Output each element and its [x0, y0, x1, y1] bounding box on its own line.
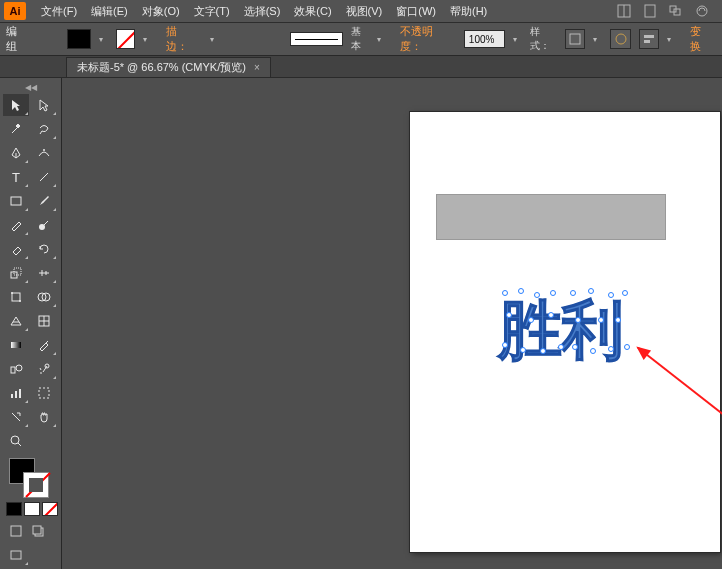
mesh-tool[interactable]: [31, 310, 57, 332]
curvature-tool[interactable]: [31, 142, 57, 164]
style-button[interactable]: [565, 29, 585, 49]
anchor-point[interactable]: [506, 312, 512, 318]
sync-icon[interactable]: [694, 3, 710, 19]
pen-tool[interactable]: [3, 142, 29, 164]
line-tool[interactable]: [31, 166, 57, 188]
shape-builder-tool[interactable]: [31, 286, 57, 308]
stroke-dropdown-icon[interactable]: ▾: [143, 35, 152, 44]
stroke-swatch[interactable]: [116, 29, 134, 49]
scale-tool[interactable]: [3, 262, 29, 284]
tab-strip: 未标题-5* @ 66.67% (CMYK/预览) ×: [0, 56, 722, 78]
align-dropdown-icon[interactable]: ▾: [667, 35, 676, 44]
paintbrush-tool[interactable]: [31, 190, 57, 212]
anchor-point[interactable]: [558, 344, 564, 350]
menu-help[interactable]: 帮助(H): [443, 4, 494, 19]
anchor-point[interactable]: [570, 290, 576, 296]
artboard[interactable]: 胜利: [410, 112, 720, 552]
anchor-point[interactable]: [518, 288, 524, 294]
slice-tool[interactable]: [3, 406, 29, 428]
menu-edit[interactable]: 编辑(E): [84, 4, 135, 19]
anchor-point[interactable]: [575, 317, 581, 323]
document-setup-icon[interactable]: [642, 3, 658, 19]
magic-wand-tool[interactable]: [3, 118, 29, 140]
anchor-point[interactable]: [548, 312, 554, 318]
free-transform-tool[interactable]: [3, 286, 29, 308]
pencil-tool[interactable]: [3, 214, 29, 236]
blend-tool[interactable]: [3, 358, 29, 380]
anchor-point[interactable]: [502, 342, 508, 348]
anchor-point[interactable]: [528, 317, 534, 323]
rectangle-tool[interactable]: [3, 190, 29, 212]
eraser-tool[interactable]: [3, 238, 29, 260]
menu-object[interactable]: 对象(O): [135, 4, 187, 19]
fill-dropdown-icon[interactable]: ▾: [99, 35, 108, 44]
style-dropdown-icon[interactable]: ▾: [593, 35, 602, 44]
type-tool[interactable]: T: [3, 166, 29, 188]
anchor-point[interactable]: [622, 290, 628, 296]
align-button[interactable]: [639, 29, 659, 49]
anchor-point[interactable]: [502, 290, 508, 296]
opacity-dropdown-icon[interactable]: ▾: [513, 35, 522, 44]
eyedropper-tool[interactable]: [31, 334, 57, 356]
recolor-button[interactable]: [610, 29, 630, 49]
canvas-area[interactable]: 胜利: [62, 78, 722, 569]
menu-file[interactable]: 文件(F): [34, 4, 84, 19]
column-graph-tool[interactable]: [3, 382, 29, 404]
opacity-label[interactable]: 不透明度：: [394, 24, 456, 54]
menu-view[interactable]: 视图(V): [339, 4, 390, 19]
print-tiling-tool[interactable]: [31, 430, 57, 452]
anchor-point[interactable]: [550, 290, 556, 296]
draw-behind-icon[interactable]: [28, 522, 48, 540]
anchor-point[interactable]: [540, 348, 546, 354]
transform-label[interactable]: 变换: [684, 24, 716, 54]
collapse-tools-icon[interactable]: ◀◀: [3, 82, 58, 92]
brush-preview[interactable]: [290, 32, 343, 46]
anchor-point[interactable]: [598, 317, 604, 323]
anchor-point[interactable]: [624, 344, 630, 350]
fill-swatch[interactable]: [67, 29, 91, 49]
perspective-grid-tool[interactable]: [3, 310, 29, 332]
rotate-tool[interactable]: [31, 238, 57, 260]
document-tab[interactable]: 未标题-5* @ 66.67% (CMYK/预览) ×: [66, 57, 271, 77]
opacity-field[interactable]: 100%: [464, 30, 505, 48]
symbol-sprayer-tool[interactable]: [31, 358, 57, 380]
stroke-color-icon[interactable]: [23, 472, 49, 498]
screen-mode-icon[interactable]: [3, 544, 29, 566]
width-tool[interactable]: [31, 262, 57, 284]
stroke-label[interactable]: 描边：: [160, 24, 202, 54]
layout-icon[interactable]: [616, 3, 632, 19]
close-tab-icon[interactable]: ×: [254, 62, 260, 73]
rectangle-shape[interactable]: [436, 194, 666, 240]
draw-normal-icon[interactable]: [6, 522, 26, 540]
hand-tool[interactable]: [31, 406, 57, 428]
anchor-point[interactable]: [608, 346, 614, 352]
anchor-point[interactable]: [608, 292, 614, 298]
blend-dropdown-icon[interactable]: ▾: [377, 35, 386, 44]
zoom-tool[interactable]: [3, 430, 29, 452]
svg-rect-30: [15, 391, 17, 398]
anchor-point[interactable]: [615, 317, 621, 323]
gradient-tool[interactable]: [3, 334, 29, 356]
menu-window[interactable]: 窗口(W): [389, 4, 443, 19]
direct-selection-tool[interactable]: [31, 94, 57, 116]
gradient-mode-icon[interactable]: [24, 502, 40, 516]
color-mode-icon[interactable]: [6, 502, 22, 516]
anchor-point[interactable]: [590, 348, 596, 354]
selection-tool[interactable]: [3, 94, 29, 116]
lasso-tool[interactable]: [31, 118, 57, 140]
menu-select[interactable]: 选择(S): [237, 4, 288, 19]
selection-label: 编组: [6, 24, 26, 54]
none-mode-icon[interactable]: [42, 502, 58, 516]
artboard-tool[interactable]: [31, 382, 57, 404]
menu-effect[interactable]: 效果(C): [287, 4, 338, 19]
outlined-text[interactable]: 胜利: [498, 287, 622, 374]
anchor-point[interactable]: [588, 288, 594, 294]
anchor-point[interactable]: [534, 292, 540, 298]
blob-brush-tool[interactable]: [31, 214, 57, 236]
anchor-point[interactable]: [572, 344, 578, 350]
stroke-weight-dropdown-icon[interactable]: ▾: [210, 35, 219, 44]
arrange-icon[interactable]: [668, 3, 684, 19]
anchor-point[interactable]: [520, 347, 526, 353]
fill-stroke-control[interactable]: [9, 458, 49, 498]
menu-type[interactable]: 文字(T): [187, 4, 237, 19]
